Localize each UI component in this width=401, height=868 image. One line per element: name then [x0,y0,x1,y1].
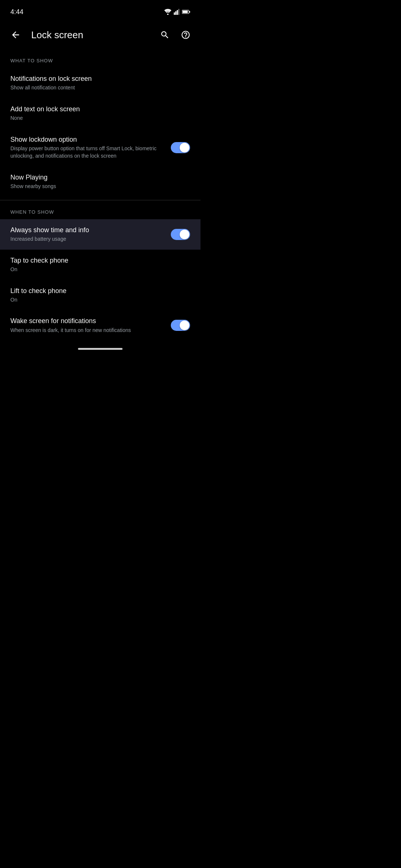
setting-item-notifications-lock-screen[interactable]: Notifications on lock screen Show all no… [0,68,200,98]
search-button[interactable] [157,27,172,42]
section-header-what-to-show: WHAT TO SHOW [0,49,200,68]
setting-text-tap-to-check: Tap to check phone On [10,256,190,273]
help-button[interactable] [178,27,193,42]
setting-item-tap-to-check[interactable]: Tap to check phone On [0,250,200,280]
setting-title-lockdown: Show lockdown option [10,135,171,144]
setting-text-lift-to-check: Lift to check phone On [10,287,190,304]
status-bar: 4:44 [0,0,200,21]
setting-title-now-playing: Now Playing [10,173,190,182]
wifi-icon [164,9,172,15]
svg-rect-3 [177,10,178,15]
top-actions [157,27,193,42]
svg-rect-4 [178,9,179,15]
setting-text-now-playing: Now Playing Show nearby songs [10,173,190,190]
toggle-always-show-time[interactable] [171,229,190,240]
setting-subtitle-notifications: Show all notification content [10,84,190,92]
setting-item-lift-to-check[interactable]: Lift to check phone On [0,280,200,310]
setting-text-wake-screen: Wake screen for notifications When scree… [10,317,171,334]
setting-title-notifications: Notifications on lock screen [10,75,190,83]
svg-rect-1 [174,13,175,15]
svg-rect-6 [189,11,190,13]
setting-item-lockdown[interactable]: Show lockdown option Display power butto… [0,129,200,167]
setting-subtitle-wake-screen: When screen is dark, it turns on for new… [10,327,171,334]
setting-text-lockdown: Show lockdown option Display power butto… [10,135,171,160]
page-title: Lock screen [31,29,150,41]
section-header-when-to-show: WHEN TO SHOW [0,200,200,219]
battery-icon [182,9,190,15]
setting-text-always-show-time: Always show time and info Increased batt… [10,226,171,243]
toggle-wake-screen[interactable] [171,320,190,331]
svg-point-0 [167,13,169,15]
toggle-knob-wake-screen [180,320,189,330]
home-bar [78,348,123,350]
setting-text-notifications: Notifications on lock screen Show all no… [10,75,190,92]
setting-subtitle-always-show-time: Increased battery usage [10,236,171,243]
setting-title-tap-to-check: Tap to check phone [10,256,190,265]
svg-rect-2 [175,11,176,15]
setting-title-always-show-time: Always show time and info [10,226,171,234]
setting-item-add-text[interactable]: Add text on lock screen None [0,98,200,129]
setting-title-add-text: Add text on lock screen [10,105,190,114]
setting-title-wake-screen: Wake screen for notifications [10,317,171,325]
setting-title-lift-to-check: Lift to check phone [10,287,190,295]
back-button[interactable] [7,27,24,43]
status-time: 4:44 [10,8,23,16]
svg-rect-7 [183,11,188,13]
setting-item-always-show-time[interactable]: Always show time and info Increased batt… [0,219,200,250]
toggle-knob-lockdown [180,143,189,152]
setting-subtitle-add-text: None [10,115,190,122]
setting-text-add-text: Add text on lock screen None [10,105,190,122]
toggle-lockdown[interactable] [171,142,190,153]
setting-subtitle-lockdown: Display power button option that turns o… [10,145,171,160]
setting-subtitle-tap-to-check: On [10,266,190,273]
top-bar: Lock screen [0,21,200,49]
setting-item-now-playing[interactable]: Now Playing Show nearby songs [0,167,200,197]
status-icons [164,9,190,15]
home-indicator [0,341,200,354]
setting-subtitle-lift-to-check: On [10,296,190,304]
signal-icon [174,9,180,15]
setting-subtitle-now-playing: Show nearby songs [10,183,190,190]
setting-item-wake-screen[interactable]: Wake screen for notifications When scree… [0,310,200,341]
toggle-knob-always-show-time [180,230,189,239]
